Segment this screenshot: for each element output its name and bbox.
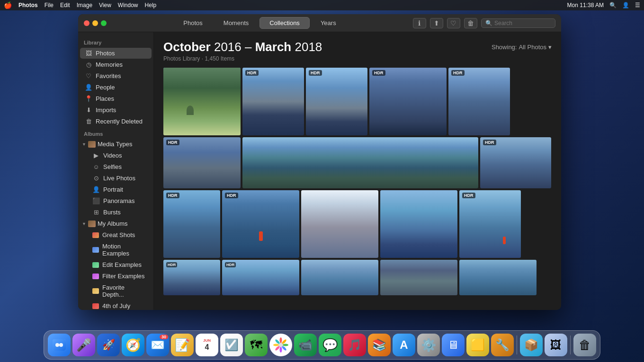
sidebar-item-places[interactable]: 📍 Places xyxy=(80,93,152,104)
favorite-button[interactable]: ♡ xyxy=(447,18,460,28)
menu-bar: 🍎 Photos File Edit Image View Window Hel… xyxy=(0,0,644,10)
sidebar-filter-examples-label: Filter Examples xyxy=(102,273,145,280)
sidebar-group-media-types[interactable]: ▼ Media Types xyxy=(78,139,153,150)
showing-control[interactable]: Showing: All Photos ▾ xyxy=(492,44,552,51)
menubar-view[interactable]: View xyxy=(99,2,111,9)
photo-grid: HDR HDR HDR HDR HDR xyxy=(154,66,561,305)
dock-icon-messages[interactable]: 💬 xyxy=(319,334,341,356)
photo-cell[interactable] xyxy=(301,260,378,295)
sidebar-item-memories[interactable]: ◷ Memories xyxy=(80,59,152,70)
dock-icon-music[interactable]: 🎵 xyxy=(343,334,366,356)
sidebar-group-my-albums[interactable]: ▼ My Albums xyxy=(78,218,153,229)
sidebar-item-motion-examples[interactable]: Motion Examples xyxy=(80,241,152,259)
maximize-button[interactable] xyxy=(101,20,107,26)
dock-icon-launchpad[interactable]: 🚀 xyxy=(97,334,120,356)
selfies-icon: ☺ xyxy=(92,163,100,170)
sidebar-item-filter-examples[interactable]: Filter Examples xyxy=(80,271,152,282)
sidebar-item-favorites[interactable]: ♡ Favorites xyxy=(80,71,152,81)
sidebar-item-videos[interactable]: ▶ Videos xyxy=(80,150,152,161)
sidebar-videos-label: Videos xyxy=(103,152,122,159)
sidebar-item-bursts[interactable]: ⊞ Bursts xyxy=(80,207,152,218)
photo-cell[interactable]: HDR xyxy=(163,260,220,295)
dock-icon-photos-library[interactable]: 🖼 xyxy=(545,334,567,356)
photo-cell[interactable]: HDR xyxy=(480,137,551,188)
photo-cell[interactable] xyxy=(163,68,241,135)
menubar-help[interactable]: Help xyxy=(145,2,157,9)
recently-deleted-icon: 🗑 xyxy=(85,118,92,125)
photo-cell[interactable] xyxy=(380,260,457,295)
share-button[interactable]: ⬆ xyxy=(430,18,443,28)
dock-icon-safari[interactable]: 🧭 xyxy=(122,334,144,356)
photo-cell[interactable]: HDR xyxy=(222,260,299,295)
dock-icon-keynote[interactable]: 🖥 xyxy=(442,334,465,356)
photo-cell[interactable]: HDR xyxy=(163,190,220,258)
menubar-window[interactable]: Window xyxy=(118,2,138,9)
dock-icon-finder[interactable] xyxy=(48,334,71,356)
portrait-icon: 👤 xyxy=(92,186,100,193)
sidebar-item-great-shots[interactable]: Great Shots xyxy=(80,230,152,240)
sidebar-item-favorite-depth[interactable]: Favorite Depth... xyxy=(80,282,152,300)
search-bar[interactable]: 🔍 xyxy=(481,18,555,28)
sidebar-item-4th-of-july[interactable]: 4th of July xyxy=(80,300,152,310)
menubar-edit[interactable]: Edit xyxy=(60,2,70,9)
videos-icon: ▶ xyxy=(92,152,100,159)
dock-icon-facetime[interactable]: 📹 xyxy=(294,334,317,356)
apple-menu[interactable]: 🍎 xyxy=(4,1,12,9)
media-types-icon xyxy=(88,141,96,148)
sidebar-item-portrait[interactable]: 👤 Portrait xyxy=(80,184,152,195)
photo-cell[interactable]: HDR xyxy=(222,190,299,258)
info-button[interactable]: ℹ xyxy=(413,18,426,28)
sidebar-item-recently-deleted[interactable]: 🗑 Recently Deleted xyxy=(80,116,152,127)
dock-icon-system-prefs[interactable]: ⚙️ xyxy=(417,334,440,356)
photo-cell-panorama[interactable] xyxy=(242,137,478,188)
dock-icon-books[interactable]: 📚 xyxy=(368,334,391,356)
tab-collections[interactable]: Collections xyxy=(259,17,310,29)
dock-icon-stickies[interactable]: 🟨 xyxy=(466,334,489,356)
sidebar-item-panoramas[interactable]: ⬛ Panoramas xyxy=(80,195,152,206)
svg-point-6 xyxy=(280,337,282,343)
photo-cell[interactable]: HDR xyxy=(459,190,521,258)
dock-icon-notes[interactable]: 📝 xyxy=(171,334,194,356)
library-section-label: Library xyxy=(78,36,153,47)
menubar-app-name[interactable]: Photos xyxy=(18,2,38,9)
menubar-list-icon[interactable]: ☰ xyxy=(635,2,640,9)
dock-icon-devtools[interactable]: 🔧 xyxy=(491,334,514,356)
tab-photos[interactable]: Photos xyxy=(173,17,212,29)
photo-cell[interactable] xyxy=(459,260,537,295)
photo-cell[interactable]: HDR xyxy=(306,68,367,135)
photo-row-2: HDR HDR xyxy=(163,137,552,188)
sidebar-item-photos[interactable]: 🖼 Photos xyxy=(80,48,152,59)
dock-icon-mail[interactable]: ✉️ 30 xyxy=(146,334,169,356)
dock-icon-siri[interactable]: 🎤 xyxy=(72,334,95,356)
tab-years[interactable]: Years xyxy=(311,17,346,29)
menubar-file[interactable]: File xyxy=(45,2,54,9)
sidebar-item-edit-examples[interactable]: Edit Examples xyxy=(80,259,152,270)
sidebar-item-imports[interactable]: ⬇ Imports xyxy=(80,105,152,115)
dock-icon-appstore[interactable]: A xyxy=(393,334,415,356)
dock-icon-trash[interactable]: 🗑 xyxy=(573,334,596,356)
photo-cell[interactable]: HDR xyxy=(448,68,510,135)
content-area: October 2016 – March 2018 Photos Library… xyxy=(154,32,561,310)
hdr-badge: HDR xyxy=(483,140,496,145)
photo-cell[interactable]: HDR xyxy=(369,68,447,135)
dock-icon-maps[interactable]: 🗺 xyxy=(245,334,268,356)
close-button[interactable] xyxy=(84,20,89,26)
photo-cell[interactable] xyxy=(301,190,378,258)
sidebar-item-selfies[interactable]: ☺ Selfies xyxy=(80,161,152,172)
menubar-search-icon[interactable]: 🔍 xyxy=(609,2,617,9)
delete-button[interactable]: 🗑 xyxy=(464,18,477,28)
search-input[interactable] xyxy=(494,20,551,26)
minimize-button[interactable] xyxy=(92,20,98,26)
sidebar-item-live-photos[interactable]: ⊙ Live Photos xyxy=(80,173,152,184)
photo-cell[interactable]: HDR xyxy=(163,137,241,188)
photo-cell[interactable]: HDR xyxy=(242,68,304,135)
photo-cell[interactable] xyxy=(380,190,457,258)
sidebar-item-people[interactable]: 👤 People xyxy=(80,82,152,93)
tab-moments[interactable]: Moments xyxy=(214,17,259,29)
dock-icon-migrate[interactable]: 📦 xyxy=(520,334,543,356)
dock-icon-photos[interactable] xyxy=(269,334,292,356)
dock-icon-calendar[interactable]: JUN4 xyxy=(196,334,218,356)
menubar-avatar[interactable]: 👤 xyxy=(622,2,629,9)
menubar-image[interactable]: Image xyxy=(77,2,92,9)
dock-icon-reminders[interactable]: ☑️ xyxy=(220,334,243,356)
